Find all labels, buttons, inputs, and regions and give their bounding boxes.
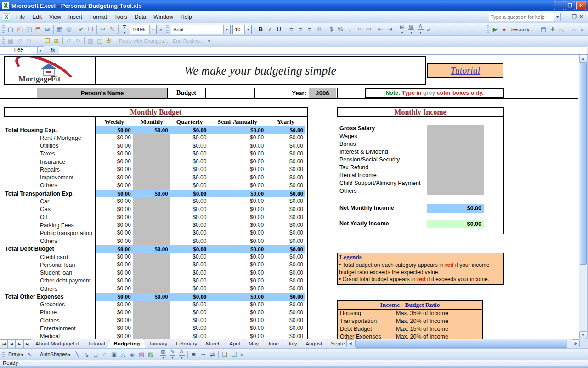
toolbar-options-icon[interactable]: » (238, 351, 244, 357)
previous-sheet-button[interactable]: ◀ (8, 339, 16, 348)
align-left-icon[interactable]: ≡ (287, 25, 296, 34)
fill-color-icon[interactable]: ▨▾ (158, 350, 168, 359)
design-mode-icon[interactable]: ◺ (557, 25, 566, 34)
bold-icon[interactable]: B (256, 25, 265, 34)
doc-minimize-button[interactable]: ─ (565, 14, 569, 20)
toolbar-options-icon[interactable]: » (425, 27, 430, 32)
toolbar-grip[interactable] (166, 25, 169, 34)
clipboard-icon[interactable]: ▥ (86, 36, 95, 46)
italic-icon[interactable]: I (265, 25, 274, 34)
shadow-style-icon[interactable]: ❏ (220, 350, 229, 359)
zoom-combo-dropdown-icon[interactable]: ▾ (149, 25, 156, 34)
font-color-icon[interactable]: A▾ (416, 25, 425, 34)
autoshapes-menu-button[interactable]: AutoShapes ▾ (38, 351, 73, 358)
restore-button[interactable]: ❐ (565, 1, 575, 10)
increase-decimal-icon[interactable]: .0 (354, 25, 363, 34)
budget-input-cell[interactable] (133, 174, 170, 182)
increase-indent-icon[interactable]: ⇥ (385, 25, 394, 34)
cut-icon[interactable]: ✂ (98, 25, 107, 34)
horizontal-scrollbar[interactable] (354, 339, 572, 348)
menu-insert[interactable]: Insert (65, 12, 86, 22)
formula-input[interactable] (59, 46, 587, 54)
visual-basic-editor-icon[interactable]: ▤ (539, 25, 548, 34)
menu-data[interactable]: Data (131, 12, 150, 22)
question-dropdown-icon[interactable]: ▼ (554, 13, 561, 21)
menu-view[interactable]: View (45, 12, 65, 22)
rectangle-icon[interactable]: □ (91, 350, 100, 359)
toolbar-grip[interactable] (487, 25, 489, 34)
record-macro-icon[interactable]: ● (500, 25, 509, 34)
budget-input-cell[interactable] (133, 269, 170, 277)
line-color-icon[interactable]: ✎▾ (168, 350, 177, 359)
currency-style-icon[interactable]: $ (327, 25, 336, 34)
font-color-icon[interactable]: A▾ (177, 350, 186, 359)
decrease-decimal-icon[interactable]: .00 (363, 25, 373, 34)
text-box-icon[interactable]: ▣ (109, 350, 119, 359)
sheet-tab-february[interactable]: February (170, 339, 204, 348)
budget-input-cell[interactable] (133, 301, 170, 309)
print-icon[interactable]: ▦ (55, 25, 64, 34)
draw-menu-button[interactable]: Draw ▾ (6, 351, 25, 358)
budget-input-cell[interactable] (133, 277, 170, 285)
run-macro-icon[interactable]: ▶ (491, 25, 500, 34)
previous-comment-icon[interactable]: ↺ (15, 36, 24, 46)
name-box-dropdown-icon[interactable]: ▾ (37, 47, 44, 54)
budget-input-cell[interactable] (133, 166, 170, 173)
sheet-tab-january[interactable]: January (142, 339, 174, 348)
first-sheet-button[interactable]: |◀ (0, 339, 8, 348)
menu-file[interactable]: File (12, 12, 28, 22)
next-sheet-button[interactable]: ▶ (16, 339, 23, 348)
sheet-tab-march[interactable]: March (199, 339, 227, 348)
line-icon[interactable]: ╲ (73, 350, 82, 359)
menu-window[interactable]: Window (150, 12, 177, 22)
scroll-up-icon[interactable]: ▲ (579, 55, 587, 63)
menu-tools[interactable]: Tools (111, 12, 131, 22)
year-input[interactable]: 2006 (309, 88, 336, 98)
budget-input-cell[interactable] (133, 134, 170, 142)
script-editor-icon[interactable]: ∞ (570, 25, 579, 34)
income-input-area[interactable] (427, 125, 484, 195)
sheet-tab-budgeting[interactable]: Budgeting (107, 339, 147, 348)
save-icon[interactable]: ◫ (24, 25, 34, 34)
security-button[interactable]: Security... (509, 26, 536, 33)
tutorial-link[interactable]: Tutorial (427, 63, 503, 78)
budget-input-cell[interactable] (133, 206, 170, 213)
insert-picture-icon[interactable]: ▨ (146, 350, 155, 359)
align-right-icon[interactable]: ≡ (305, 25, 314, 34)
next-comment-icon[interactable]: ↻ (24, 36, 34, 46)
revert-icon[interactable]: ↻ (74, 36, 83, 46)
toolbar-options-icon[interactable]: » (579, 27, 584, 32)
hscroll-right-icon[interactable]: ▶ (572, 339, 580, 347)
diagram-icon[interactable]: ◈ (128, 350, 137, 359)
menu-edit[interactable]: Edit (28, 12, 45, 22)
question-input[interactable] (489, 13, 554, 21)
font-name-combo-dropdown-icon[interactable]: ▾ (223, 25, 230, 34)
select-objects-icon[interactable]: ↖ (25, 350, 34, 359)
research-icon[interactable]: ❒ (86, 25, 95, 34)
dash-style-icon[interactable]: ┅ (198, 350, 208, 359)
vertical-scroll-thumb[interactable] (580, 63, 587, 264)
insert-function-icon[interactable]: fx (44, 47, 59, 54)
merge-center-icon[interactable]: ⊞ (314, 25, 323, 34)
autosum-icon[interactable]: Σ▾ (120, 25, 129, 34)
underline-icon[interactable]: U (274, 25, 283, 34)
oval-icon[interactable]: ○ (100, 350, 109, 359)
budget-input-cell[interactable] (133, 324, 170, 332)
budget-input-cell[interactable] (133, 316, 170, 324)
toolbar-grip[interactable] (2, 37, 5, 44)
permission-icon[interactable]: ▤ (34, 25, 43, 34)
sheet-tab-august[interactable]: August (299, 339, 328, 348)
horizontal-scroll-thumb[interactable] (355, 340, 567, 348)
arrow-style-icon[interactable]: ⇄ (208, 350, 217, 359)
budget-input-cell[interactable] (133, 221, 170, 229)
delete-comment-icon[interactable]: ⊠ (52, 36, 61, 46)
last-sheet-button[interactable]: ▶| (23, 339, 31, 348)
borders-icon[interactable]: ⊞▾ (397, 25, 407, 34)
3d-style-icon[interactable]: ❒ (229, 350, 238, 359)
align-center-icon[interactable]: ≡ (296, 25, 305, 34)
spelling-icon[interactable]: ✔ (77, 25, 86, 34)
budget-input-cell[interactable] (133, 158, 170, 166)
percent-style-icon[interactable]: % (336, 25, 345, 34)
wordart-icon[interactable]: A (119, 350, 128, 359)
decrease-indent-icon[interactable]: ⇤ (376, 25, 385, 34)
